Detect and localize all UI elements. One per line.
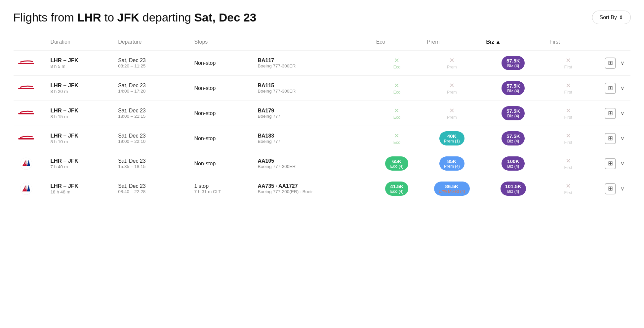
flight-info-cell: AA735 · AA1727 Boeing 777-200(ER) · Boei… [253, 176, 371, 201]
aircraft: Boeing 777-300ER [258, 164, 367, 169]
departure-date: Sat, Dec 23 [118, 108, 185, 114]
biz-cell: 57.5K Biz (4) [481, 51, 545, 76]
x-prem-icon: ✕ [449, 107, 455, 114]
unavail-label: First [564, 115, 572, 120]
table-row: LHR – JFK 18 h 48 m Sat, Dec 23 08:40 – … [14, 176, 631, 201]
first-cell: ✕ First [545, 101, 591, 126]
unavail-label: First [564, 140, 572, 145]
price-badge[interactable]: 100K Biz (4) [502, 156, 525, 171]
route-duration-cell: LHR – JFK 8 h 15 m [46, 101, 113, 126]
x-icon-green: ✕ [394, 107, 399, 114]
table-row: LHR – JFK 8 h 15 m Sat, Dec 23 18:00 – 2… [14, 101, 631, 126]
x-icon: ✕ [566, 132, 571, 140]
add-flight-button[interactable]: ⊞ [605, 108, 616, 119]
page-header: Flights from LHR to JFK departing Sat, D… [13, 11, 631, 24]
route: LHR – JFK [50, 133, 109, 139]
first-cell: ✕ First [545, 176, 591, 201]
row-actions: ⊞ ∨ [596, 108, 626, 119]
departure-cell: Sat, Dec 23 18:00 – 21:15 [113, 101, 189, 126]
unavailable-eco: ✕ Eco [376, 57, 418, 69]
eco-badge[interactable]: 41.5K Eco (4) [385, 182, 408, 196]
unavail-label: First [564, 65, 572, 69]
price-badge[interactable]: 101.5K Biz (4) [501, 182, 526, 196]
add-flight-button[interactable]: ⊞ [605, 133, 616, 144]
airline-logo [18, 84, 34, 93]
x-icon: ✕ [566, 57, 571, 64]
flight-code: BA115 [258, 83, 367, 89]
price-sub: Biz (4) [507, 164, 519, 169]
expand-button[interactable]: ∨ [619, 109, 626, 118]
add-flight-button[interactable]: ⊞ [605, 158, 616, 169]
stops: Non-stop [194, 110, 248, 116]
biz-cell: 57.5K Biz (4) [481, 126, 545, 151]
airline-logo [18, 184, 34, 193]
unavailable-prem: ✕ Prem [427, 107, 477, 120]
route: LHR – JFK [50, 107, 109, 114]
departure-cell: Sat, Dec 23 08:40 – 22:28 [113, 176, 189, 201]
biz-cell: 100K Biz (4) [481, 151, 545, 176]
stops-cell: Non-stop [189, 126, 253, 151]
prem-sub: Prem (1) [444, 139, 460, 144]
x-prem-icon: ✕ [449, 57, 455, 64]
eco-price: 41.5K [390, 184, 404, 189]
airline-logo [18, 159, 34, 168]
expand-button[interactable]: ∨ [619, 159, 626, 168]
prem-badge[interactable]: 85K Prem (4) [439, 156, 464, 171]
airline-logo [18, 109, 34, 118]
x-prem-icon: ✕ [449, 82, 455, 89]
x-icon-green: ✕ [394, 82, 399, 89]
departure-time: 14:00 – 17:20 [118, 89, 185, 94]
expand-button[interactable]: ∨ [619, 134, 626, 143]
row-actions: ⊞ ∨ [596, 58, 626, 69]
unavailable-prem: ✕ Prem [427, 82, 477, 95]
biz-cell: 57.5K Biz (4) [481, 101, 545, 126]
expand-button[interactable]: ∨ [619, 59, 626, 67]
sort-button[interactable]: Sort By ⇕ [592, 11, 631, 24]
duration: 7 h 40 m [50, 164, 109, 169]
flight-info-cell: BA183 Boeing 777 [253, 126, 371, 151]
price-badge[interactable]: 57.5K Biz (4) [502, 106, 525, 120]
actions-cell: ⊞ ∨ [591, 76, 630, 101]
price-value: 57.5K [506, 133, 520, 139]
prem-cell: 86.5K 17% Mixed (4) [422, 176, 481, 201]
price-badge[interactable]: 57.5K Biz (4) [502, 56, 525, 70]
table-row: LHR – JFK 8 h 10 m Sat, Dec 23 19:00 – 2… [14, 126, 631, 151]
col-header-actions [591, 34, 630, 51]
unavail-label: First [564, 190, 572, 195]
price-sub: Biz (4) [507, 63, 519, 68]
expand-button[interactable]: ∨ [619, 184, 626, 193]
sort-arrow-icon: ⇕ [619, 14, 623, 20]
flight-info-cell: AA105 Boeing 777-300ER [253, 151, 371, 176]
prem-unavail-label: Prem [447, 65, 457, 69]
prem-cell: 40K Prem (1) [422, 126, 481, 151]
prem-unavail-label: Prem [447, 90, 457, 95]
price-badge[interactable]: 57.5K Biz (4) [502, 81, 525, 95]
route-duration-cell: LHR – JFK 8 h 20 m [46, 76, 113, 101]
first-cell: ✕ First [545, 151, 591, 176]
stops: Non-stop [194, 60, 248, 66]
price-sub: Biz (4) [507, 114, 519, 118]
add-flight-button[interactable]: ⊞ [605, 58, 616, 69]
departure-date: Sat, Dec 23 [118, 158, 185, 164]
unavailable-cell: ✕ First [549, 107, 587, 120]
aircraft: Boeing 777 [258, 114, 367, 119]
svg-rect-2 [18, 113, 34, 114]
unavailable-cell: ✕ First [549, 57, 587, 69]
price-badge[interactable]: 57.5K Biz (4) [502, 131, 525, 145]
first-cell: ✕ First [545, 126, 591, 151]
eco-price: 65K [392, 158, 402, 164]
prem-badge[interactable]: 86.5K 17% Mixed (4) [434, 182, 470, 196]
expand-button[interactable]: ∨ [619, 84, 626, 93]
departure-date: Sat, Dec 23 [118, 83, 185, 89]
svg-rect-0 [18, 63, 34, 64]
col-header-departure: Departure [113, 34, 189, 51]
prem-badge[interactable]: 40K Prem (1) [439, 131, 464, 145]
add-flight-button[interactable]: ⊞ [605, 83, 616, 94]
svg-rect-3 [18, 138, 34, 140]
eco-sub: Eco (4) [390, 189, 403, 194]
table-row: LHR – JFK 8 h 20 m Sat, Dec 23 14:00 – 1… [14, 76, 631, 101]
eco-badge[interactable]: 65K Eco (4) [385, 156, 408, 171]
actions-cell: ⊞ ∨ [591, 151, 630, 176]
eco-cell: ✕ Eco [372, 101, 423, 126]
add-flight-button[interactable]: ⊞ [605, 183, 616, 194]
